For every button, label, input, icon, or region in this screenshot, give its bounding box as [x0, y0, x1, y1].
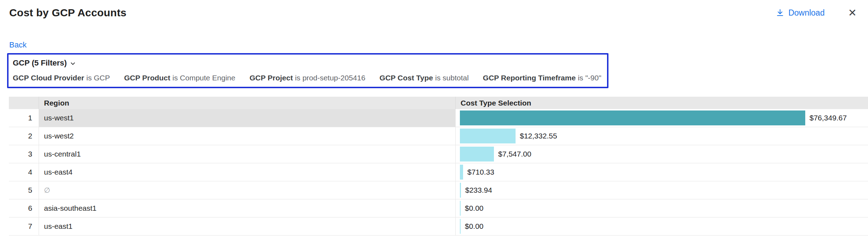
cost-bar[interactable] — [460, 165, 463, 180]
row-index-cell: 2 — [9, 127, 39, 145]
cost-value-label: $233.94 — [465, 186, 492, 194]
cost-value-label: $76,349.67 — [809, 114, 847, 122]
region-cell[interactable]: us-east1 — [39, 217, 456, 235]
cost-bar[interactable] — [460, 219, 461, 234]
filter-condition: is Compute Engine — [172, 74, 235, 82]
row-index-cell: 4 — [9, 163, 39, 181]
cost-cell[interactable]: $7,547.00 — [456, 145, 868, 163]
filter-field: GCP Reporting Timeframe — [483, 74, 576, 82]
cost-value-label: $710.33 — [467, 168, 494, 176]
filter-expression: GCP Cloud Provideris GCP — [13, 74, 110, 82]
filter-field: GCP Product — [124, 74, 170, 82]
page-title: Cost by GCP Accounts — [9, 7, 127, 19]
table-body: 1 us-west1 $76,349.67 2 us-west2 $12,332… — [9, 109, 868, 236]
region-cell[interactable]: ∅ — [39, 181, 456, 199]
close-icon[interactable]: ✕ — [848, 8, 857, 18]
cost-cell[interactable]: $0.00 — [456, 199, 868, 217]
filter-condition: is "-90" — [578, 74, 601, 82]
cost-value-label: $12,332.55 — [520, 132, 557, 140]
row-index: 4 — [28, 168, 32, 176]
back-link[interactable]: Back — [9, 40, 27, 50]
filter-field: GCP Project — [250, 74, 293, 82]
row-index-cell: 5 — [9, 181, 39, 199]
row-index: 2 — [28, 132, 32, 140]
region-cell-label: us-west2 — [44, 132, 74, 140]
table-row: 1 us-west1 $76,349.67 — [9, 109, 868, 127]
cost-bar[interactable] — [460, 201, 461, 216]
table-row: 5 ∅ $233.94 — [9, 181, 868, 199]
cost-cell[interactable]: $12,332.55 — [456, 127, 868, 145]
region-cell[interactable]: us-west2 — [39, 127, 456, 145]
download-icon — [776, 8, 784, 17]
filter-summary-toggle[interactable]: GCP (5 Filters) — [13, 58, 76, 68]
cost-bar[interactable] — [460, 147, 494, 162]
cost-cell[interactable]: $76,349.67 — [456, 109, 868, 127]
cost-bar[interactable] — [460, 129, 516, 143]
region-cell[interactable]: us-east4 — [39, 163, 456, 181]
table-row: 6 asia-southeast1 $0.00 — [9, 199, 868, 217]
cost-table: Region Cost Type Selection 1 us-west1 $7… — [9, 97, 868, 236]
table-row: 4 us-east4 $710.33 — [9, 163, 868, 181]
filter-field: GCP Cost Type — [379, 74, 433, 82]
region-cell-label: ∅ — [44, 186, 50, 194]
region-cell[interactable]: us-west1 — [39, 109, 456, 127]
filter-condition: is prod-setup-205416 — [295, 74, 365, 82]
cost-column-header[interactable]: Cost Type Selection — [456, 97, 868, 109]
region-cell-label: us-west1 — [44, 114, 74, 122]
row-index-cell: 6 — [9, 199, 39, 217]
row-index: 1 — [28, 114, 32, 122]
region-cell-label: us-east1 — [44, 222, 73, 231]
cost-cell[interactable]: $233.94 — [456, 181, 868, 199]
region-column-header[interactable]: Region — [39, 97, 456, 109]
row-index: 7 — [28, 222, 32, 231]
row-number-column-header — [9, 97, 39, 109]
cost-value-label: $0.00 — [465, 222, 484, 231]
cost-value-label: $7,547.00 — [498, 150, 531, 158]
row-index-cell: 7 — [9, 217, 39, 235]
download-button[interactable]: Download — [776, 8, 824, 18]
filter-expression: GCP Productis Compute Engine — [124, 74, 235, 82]
table-header-row: Region Cost Type Selection — [9, 97, 868, 109]
region-cell-label: asia-southeast1 — [44, 204, 96, 212]
table-row: 3 us-central1 $7,547.00 — [9, 145, 868, 163]
cost-bar[interactable] — [460, 110, 805, 125]
cost-value-label: $0.00 — [465, 204, 484, 212]
row-index: 5 — [28, 186, 32, 194]
row-index: 3 — [28, 150, 32, 158]
download-label: Download — [788, 8, 824, 18]
row-index-cell: 1 — [9, 109, 39, 127]
filter-condition: is subtotal — [435, 74, 469, 82]
filter-expression-list: GCP Cloud Provideris GCP GCP Productis C… — [13, 74, 601, 82]
filter-condition: is GCP — [86, 74, 110, 82]
region-cell[interactable]: us-central1 — [39, 145, 456, 163]
cost-cell[interactable]: $0.00 — [456, 217, 868, 235]
filter-field: GCP Cloud Provider — [13, 74, 84, 82]
cost-cell[interactable]: $710.33 — [456, 163, 868, 181]
modal-header: Cost by GCP Accounts Download ✕ — [0, 0, 868, 19]
filter-panel: GCP (5 Filters) GCP Cloud Provideris GCP… — [7, 53, 608, 88]
region-cell[interactable]: asia-southeast1 — [39, 199, 456, 217]
filter-expression: GCP Projectis prod-setup-205416 — [250, 74, 366, 82]
table-row: 7 us-east1 $0.00 — [9, 217, 868, 236]
filter-summary-label: GCP (5 Filters) — [13, 58, 67, 68]
region-cell-label: us-central1 — [44, 150, 81, 158]
row-index: 6 — [28, 204, 32, 212]
filter-expression: GCP Cost Typeis subtotal — [379, 74, 468, 82]
row-index-cell: 3 — [9, 145, 39, 163]
filter-expression: GCP Reporting Timeframeis "-90" — [483, 74, 601, 82]
chevron-down-icon — [70, 60, 76, 67]
cost-bar[interactable] — [460, 183, 461, 198]
table-row: 2 us-west2 $12,332.55 — [9, 127, 868, 145]
region-cell-label: us-east4 — [44, 168, 73, 176]
